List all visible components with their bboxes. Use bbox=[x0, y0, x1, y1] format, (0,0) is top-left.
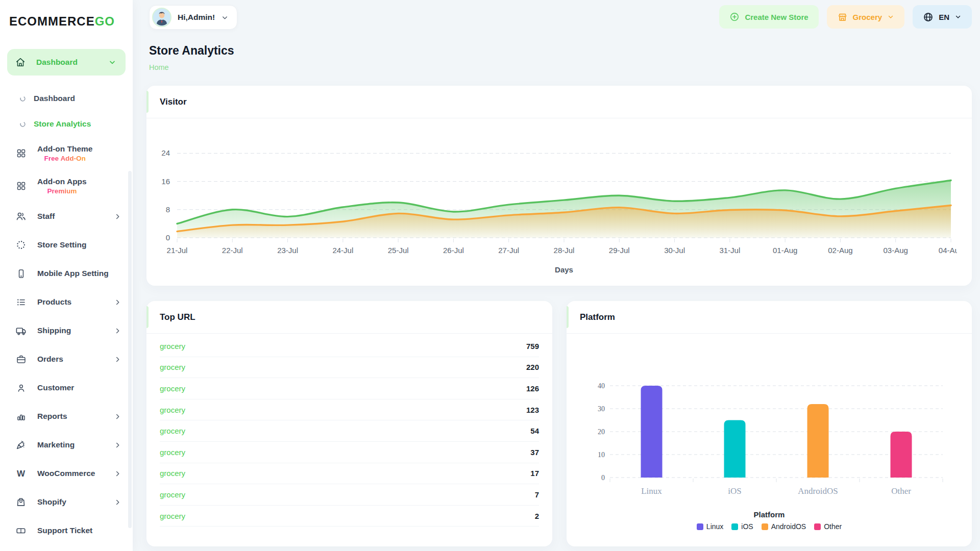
svg-text:Linux: Linux bbox=[641, 486, 662, 496]
sidebar-item-shipping[interactable]: Shipping bbox=[0, 316, 133, 345]
storefront-icon bbox=[837, 12, 848, 22]
bar-chart-icon bbox=[15, 411, 27, 422]
top-url-value: 17 bbox=[530, 469, 539, 478]
sidebar-item-orders[interactable]: Orders bbox=[0, 345, 133, 373]
home-icon bbox=[15, 57, 26, 68]
svg-text:0: 0 bbox=[166, 233, 170, 242]
top-url-link[interactable]: grocery bbox=[160, 406, 185, 414]
sidebar-item-label: Reports bbox=[37, 412, 67, 421]
briefcase-icon bbox=[15, 354, 27, 365]
svg-text:iOS: iOS bbox=[728, 486, 741, 496]
sidebar-item-store-analytics[interactable]: Store Analytics bbox=[0, 111, 133, 137]
svg-text:0: 0 bbox=[601, 474, 605, 482]
svg-text:24: 24 bbox=[161, 148, 170, 157]
sidebar-item-shopify[interactable]: Shopify bbox=[0, 488, 133, 516]
sidebar-item-mobile-app-setting[interactable]: Mobile App Setting bbox=[0, 259, 133, 288]
addon-badge: Free Add-On bbox=[37, 155, 93, 162]
loader-icon bbox=[15, 239, 27, 251]
legend-label: iOS bbox=[741, 522, 753, 531]
svg-text:Other: Other bbox=[891, 486, 911, 496]
megaphone-icon bbox=[15, 439, 27, 450]
legend-item-androidos[interactable]: AndroidOS bbox=[762, 522, 806, 531]
sidebar-item-staff[interactable]: Staff bbox=[0, 202, 133, 231]
language-label: EN bbox=[939, 13, 949, 21]
legend-label: AndroidOS bbox=[771, 522, 806, 531]
top-url-row: grocery7 bbox=[160, 484, 539, 506]
legend-item-other[interactable]: Other bbox=[814, 522, 842, 531]
svg-text:21-Jul: 21-Jul bbox=[167, 246, 188, 255]
sidebar: ECOMMERCEGO Dashboard DashboardStore Ana… bbox=[0, 0, 133, 551]
plus-circle-icon bbox=[729, 12, 740, 22]
legend-swatch bbox=[814, 523, 821, 530]
svg-text:40: 40 bbox=[598, 382, 605, 390]
sidebar-item-add-on-theme[interactable]: Add-on ThemeFree Add-On bbox=[0, 137, 133, 169]
platform-chart: 010203040LinuxiOSAndroidOSOther bbox=[585, 341, 953, 509]
top-url-value: 126 bbox=[526, 384, 539, 393]
top-url-value: 7 bbox=[535, 490, 539, 499]
top-url-link[interactable]: grocery bbox=[160, 384, 185, 393]
grid-icon bbox=[15, 181, 27, 191]
brand-logo[interactable]: ECOMMERCEGO bbox=[9, 14, 115, 29]
top-url-link[interactable]: grocery bbox=[160, 469, 185, 478]
sidebar-item-label: Dashboard bbox=[34, 94, 75, 103]
phone-icon bbox=[15, 268, 27, 279]
svg-text:01-Aug: 01-Aug bbox=[773, 246, 797, 255]
sidebar-item-label: WooCommerce bbox=[37, 469, 95, 478]
top-url-value: 759 bbox=[526, 342, 539, 350]
users-icon bbox=[15, 211, 27, 222]
sidebar-item-woocommerce[interactable]: WWooCommerce bbox=[0, 459, 133, 488]
sidebar-menu: DashboardStore AnalyticsAdd-on ThemeFree… bbox=[0, 86, 133, 535]
breadcrumb-home-link[interactable]: Home bbox=[149, 63, 169, 71]
sidebar-item-label-stack: Add-on ThemeFree Add-On bbox=[37, 144, 93, 162]
sidebar-item-label: Store Setting bbox=[37, 240, 86, 249]
create-new-store-label: Create New Store bbox=[745, 13, 808, 21]
language-selector-button[interactable]: EN bbox=[913, 5, 972, 29]
store-selector-button[interactable]: Grocery bbox=[827, 5, 905, 29]
top-url-row: grocery123 bbox=[160, 399, 539, 421]
top-url-list: grocery759grocery220grocery126grocery123… bbox=[146, 334, 552, 527]
chevron-down-icon bbox=[954, 13, 962, 20]
top-url-value: 37 bbox=[530, 448, 539, 457]
sidebar-item-marketing[interactable]: Marketing bbox=[0, 431, 133, 459]
sidebar-item-label-stack: Add-on AppsPremium bbox=[37, 177, 87, 195]
sidebar-item-dashboard[interactable]: Dashboard bbox=[0, 86, 133, 111]
chevron-down-icon bbox=[221, 14, 229, 21]
sidebar-item-store-setting[interactable]: Store Setting bbox=[0, 231, 133, 259]
top-url-link[interactable]: grocery bbox=[160, 427, 185, 435]
top-url-link[interactable]: grocery bbox=[160, 363, 185, 371]
sidebar-item-label: Mobile App Setting bbox=[37, 269, 109, 278]
sidebar-item-products[interactable]: Products bbox=[0, 288, 133, 316]
top-url-row: grocery37 bbox=[160, 442, 539, 463]
platform-card: Platform 010203040LinuxiOSAndroidOSOther… bbox=[567, 301, 972, 546]
top-url-link[interactable]: grocery bbox=[160, 448, 185, 457]
legend-swatch bbox=[697, 523, 703, 530]
brand-logo-accent: GO bbox=[95, 14, 115, 28]
top-url-link[interactable]: grocery bbox=[160, 512, 185, 520]
visitor-card: Visitor 08162421-Jul22-Jul23-Jul24-Jul25… bbox=[146, 86, 972, 286]
top-url-row: grocery2 bbox=[160, 506, 539, 527]
top-url-link[interactable]: grocery bbox=[160, 490, 185, 499]
sidebar-item-dashboard-parent[interactable]: Dashboard bbox=[7, 49, 126, 76]
top-url-row: grocery220 bbox=[160, 357, 539, 379]
sidebar-item-customer[interactable]: Customer bbox=[0, 373, 133, 402]
ticket-icon bbox=[15, 525, 27, 535]
svg-text:22-Jul: 22-Jul bbox=[222, 246, 243, 255]
sidebar-item-label: Shopify bbox=[37, 497, 66, 507]
sidebar-item-add-on-apps[interactable]: Add-on AppsPremium bbox=[0, 169, 133, 202]
svg-text:25-Jul: 25-Jul bbox=[388, 246, 409, 255]
sidebar-item-support-ticket[interactable]: Support Ticket bbox=[0, 516, 133, 535]
legend-item-linux[interactable]: Linux bbox=[697, 522, 723, 531]
top-url-link[interactable]: grocery bbox=[160, 342, 185, 350]
sidebar-scrollbar[interactable] bbox=[128, 171, 132, 528]
page-title: Store Analytics bbox=[149, 44, 234, 58]
top-url-value: 2 bbox=[535, 512, 539, 520]
svg-text:04-Aug: 04-Aug bbox=[939, 246, 957, 255]
sidebar-item-reports[interactable]: Reports bbox=[0, 402, 133, 431]
legend-item-ios[interactable]: iOS bbox=[731, 522, 753, 531]
svg-text:27-Jul: 27-Jul bbox=[498, 246, 519, 255]
svg-text:8: 8 bbox=[166, 205, 170, 214]
truck-icon bbox=[15, 325, 27, 337]
create-new-store-button[interactable]: Create New Store bbox=[719, 5, 818, 29]
sidebar-item-label: Shipping bbox=[37, 326, 71, 335]
user-menu-button[interactable]: Hi,Admin! bbox=[149, 5, 237, 30]
